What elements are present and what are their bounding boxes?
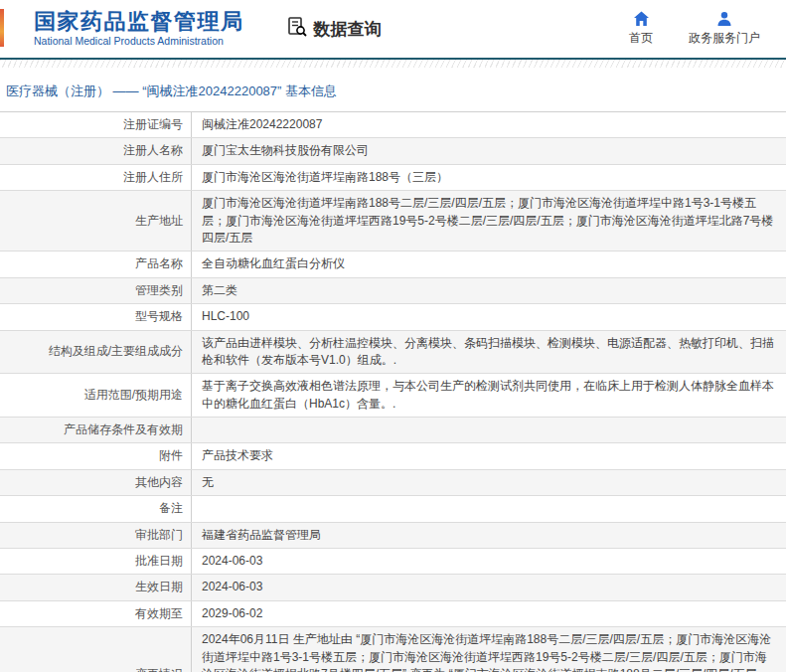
row-label: 适用范围/预期用途	[0, 374, 192, 417]
header-nav: 首页 政务服务门户	[629, 11, 760, 47]
row-value: 全自动糖化血红蛋白分析仪	[192, 252, 786, 276]
table-row: 结构及组成/主要组成成分 该产品由进样模块、分析柱温控模块、分离模块、条码扫描模…	[0, 331, 786, 375]
row-label: 产品名称	[0, 252, 192, 276]
row-value: 2024年06月11日 生产地址由 “厦门市海沧区海沧街道坪埕南路188号二层/…	[192, 627, 786, 672]
row-value	[192, 496, 786, 521]
table-row: 注册人名称 厦门宝太生物科技股份有限公司	[0, 138, 786, 164]
row-label: 批准日期	[0, 549, 192, 574]
info-table: 注册证编号 闽械注准20242220087 注册人名称 厦门宝太生物科技股份有限…	[0, 111, 786, 672]
nav-home-label: 首页	[629, 30, 653, 47]
document-search-icon	[286, 16, 308, 43]
row-value: 厦门市海沧区海沧街道坪埕南路188号（三层）	[192, 165, 786, 190]
page: 国家药品监督管理局 National Medical Products Admi…	[0, 0, 786, 672]
agency-name-cn: 国家药品监督管理局	[34, 10, 244, 34]
stripe-band	[0, 60, 786, 68]
table-row: 产品名称 全自动糖化血红蛋白分析仪	[0, 252, 786, 277]
row-value: 2024-06-03	[192, 575, 786, 599]
row-value: 基于离子交换高效液相色谱法原理，与本公司生产的检测试剂共同使用，在临床上用于检测…	[192, 374, 786, 417]
row-label: 备注	[0, 496, 192, 521]
nmpa-emblem-icon	[0, 9, 4, 47]
row-label: 注册人名称	[0, 138, 192, 163]
row-value	[192, 418, 786, 442]
row-label: 注册证编号	[0, 112, 192, 137]
row-value: 福建省药品监督管理局	[192, 523, 786, 548]
row-value: 第二类	[192, 278, 786, 303]
row-label: 生效日期	[0, 575, 192, 599]
table-row: 批准日期 2024-06-03	[0, 549, 786, 575]
table-row: 其他内容 无	[0, 470, 786, 496]
table-row: 注册人住所 厦门市海沧区海沧街道坪埕南路188号（三层）	[0, 165, 786, 191]
nav-home[interactable]: 首页	[629, 11, 653, 47]
table-row: 管理类别 第二类	[0, 278, 786, 304]
row-value: 厦门市海沧区海沧街道坪埕南路188号二层/三层/四层/五层；厦门市海沧区海沧街道…	[192, 191, 786, 251]
table-row: 生效日期 2024-06-03	[0, 575, 786, 600]
table-row: 注册证编号 闽械注准20242220087	[0, 112, 786, 138]
row-value: 产品技术要求	[192, 443, 786, 468]
row-label: 产品储存条件及有效期	[0, 418, 192, 442]
table-row: 产品储存条件及有效期	[0, 418, 786, 443]
table-row: 有效期至 2029-06-02	[0, 601, 786, 627]
row-label: 变更情况	[0, 627, 192, 672]
row-value: 2029-06-02	[192, 601, 786, 626]
row-label: 审批部门	[0, 523, 192, 548]
row-value: 闽械注准20242220087	[192, 112, 786, 137]
row-value: HLC-100	[192, 304, 786, 329]
data-query-label: 数据查询	[314, 18, 382, 41]
table-row: 附件 产品技术要求	[0, 443, 786, 469]
home-icon	[633, 11, 650, 27]
agency-name-en: National Medical Products Administration	[34, 36, 244, 48]
table-row: 审批部门 福建省药品监督管理局	[0, 523, 786, 549]
data-query-tab[interactable]: 数据查询	[286, 16, 382, 43]
row-value: 无	[192, 470, 786, 495]
nav-portal-label: 政务服务门户	[689, 30, 760, 47]
nav-portal[interactable]: 政务服务门户	[689, 11, 760, 47]
agency-logo[interactable]: 国家药品监督管理局 National Medical Products Admi…	[34, 10, 244, 48]
breadcrumb: 医疗器械（注册） —— “闽械注准20242220087” 基本信息	[0, 68, 786, 111]
table-row: 生产地址 厦门市海沧区海沧街道坪埕南路188号二层/三层/四层/五层；厦门市海沧…	[0, 191, 786, 252]
row-label: 生产地址	[0, 191, 192, 251]
table-row: 备注	[0, 496, 786, 522]
row-label: 其他内容	[0, 470, 192, 495]
site-header: 国家药品监督管理局 National Medical Products Admi…	[0, 0, 786, 58]
table-row: 适用范围/预期用途 基于离子交换高效液相色谱法原理，与本公司生产的检测试剂共同使…	[0, 374, 786, 418]
table-row: 型号规格 HLC-100	[0, 304, 786, 330]
row-label: 注册人住所	[0, 165, 192, 190]
row-label: 结构及组成/主要组成成分	[0, 331, 192, 374]
row-value: 该产品由进样模块、分析柱温控模块、分离模块、条码扫描模块、检测模块、电源适配器、…	[192, 331, 786, 374]
row-label: 管理类别	[0, 278, 192, 303]
table-row: 变更情况 2024年06月11日 生产地址由 “厦门市海沧区海沧街道坪埕南路18…	[0, 627, 786, 672]
row-label: 型号规格	[0, 304, 192, 329]
row-label: 有效期至	[0, 601, 192, 626]
row-value: 2024-06-03	[192, 549, 786, 574]
user-icon	[716, 11, 732, 27]
row-value: 厦门宝太生物科技股份有限公司	[192, 138, 786, 163]
row-label: 附件	[0, 443, 192, 468]
